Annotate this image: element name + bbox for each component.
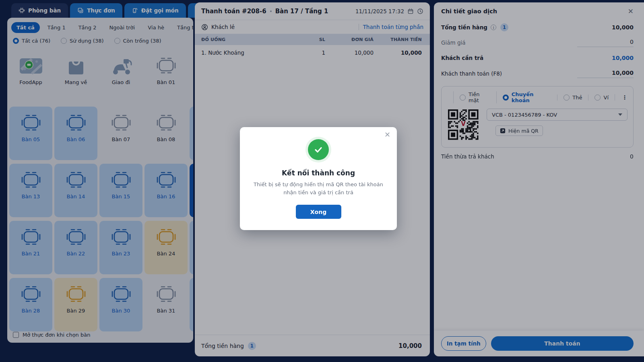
modal-title: Kết nối thành công (282, 169, 355, 177)
modal-body-text: Thiết bị sẽ tự động hiển thị mã QR theo … (252, 181, 385, 197)
success-icon-ring (305, 137, 331, 162)
modal-done-button[interactable]: Xong (296, 205, 341, 219)
success-check-icon (308, 139, 329, 160)
success-modal: ✕ Kết nối thành công Thiết bị sẽ tự động… (240, 127, 397, 230)
modal-close-icon[interactable]: ✕ (384, 131, 390, 138)
